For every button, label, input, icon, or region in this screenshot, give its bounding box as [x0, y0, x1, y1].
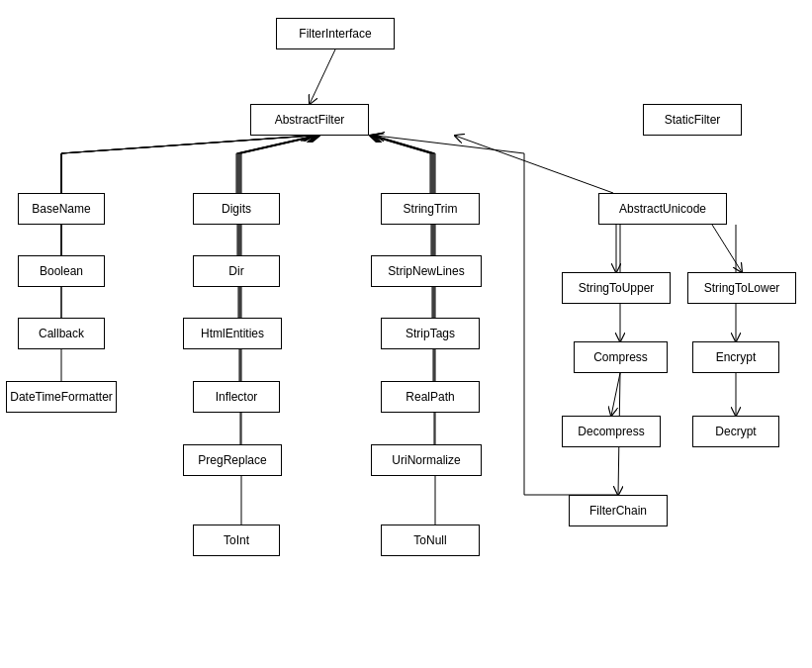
node-staticfilter: StaticFilter: [643, 104, 742, 136]
node-toint: ToInt: [193, 525, 280, 556]
node-boolean: Boolean: [18, 255, 105, 287]
node-inflector: Inflector: [193, 381, 280, 413]
node-abstractfilter: AbstractFilter: [250, 104, 369, 136]
node-filterchain: FilterChain: [569, 495, 668, 526]
svg-line-1: [455, 136, 613, 193]
svg-line-6: [611, 373, 620, 416]
node-stringtolower: StringToLower: [687, 272, 796, 304]
svg-line-3: [712, 225, 742, 272]
node-urinormalize: UriNormalize: [371, 444, 482, 476]
node-htmlentities: HtmlEntities: [183, 318, 282, 349]
node-pregreplace: PregReplace: [183, 444, 282, 476]
diagram-container: FilterInterfaceAbstractFilterStaticFilte…: [0, 0, 812, 668]
node-decrypt: Decrypt: [692, 416, 779, 447]
node-stringtrim: StringTrim: [381, 193, 480, 225]
node-dir: Dir: [193, 255, 280, 287]
node-tonull: ToNull: [381, 525, 480, 556]
node-realpath: RealPath: [381, 381, 480, 413]
node-digits: Digits: [193, 193, 280, 225]
node-callback: Callback: [18, 318, 105, 349]
node-encrypt: Encrypt: [692, 341, 779, 373]
node-datetimeformatter: DateTimeFormatter: [6, 381, 117, 413]
node-striptags: StripTags: [381, 318, 480, 349]
svg-line-0: [310, 49, 335, 104]
node-filterinterface: FilterInterface: [276, 18, 395, 49]
node-decompress: Decompress: [562, 416, 661, 447]
node-abstractunicode: AbstractUnicode: [598, 193, 727, 225]
node-basename: BaseName: [18, 193, 105, 225]
node-stringtoupper: StringToUpper: [562, 272, 671, 304]
node-compress: Compress: [574, 341, 668, 373]
node-stripnewlines: StripNewLines: [371, 255, 482, 287]
